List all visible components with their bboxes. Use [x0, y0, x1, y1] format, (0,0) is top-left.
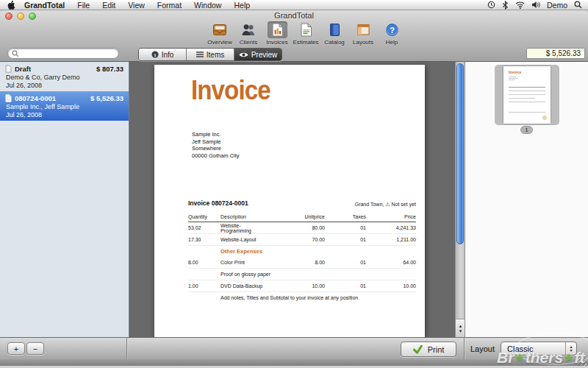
toolbar-invoices-button[interactable]: Invoices — [265, 21, 290, 46]
tab-preview[interactable]: Preview — [234, 49, 282, 60]
info-icon: i — [151, 51, 159, 58]
invoice-client: Sample Inc., Jeff Sample — [5, 103, 123, 110]
print-button[interactable]: Print — [401, 342, 456, 357]
menu-item-file[interactable]: File — [77, 1, 90, 10]
volume-icon[interactable] — [531, 1, 540, 9]
apple-menu-icon[interactable] — [7, 0, 15, 10]
table-row: 17.30 Website-Layout 70.00 01 1,211.00 — [188, 234, 416, 246]
toolbar-layouts-button[interactable]: Layouts — [351, 21, 376, 46]
invoice-total-badge: $ 5,526.33 — [526, 48, 585, 59]
invoice-list-item-080724-0001[interactable]: 080724-0001 $ 5,526.33 Sample Inc., Jeff… — [0, 91, 129, 121]
scrollbar-thumb[interactable] — [456, 63, 464, 244]
vertical-scrollbar[interactable]: ▲ ▼ — [455, 62, 465, 337]
page-number-badge: 1 — [520, 126, 533, 134]
invoice-date: Jul 26, 2008 — [5, 82, 123, 89]
scroll-down-arrow[interactable]: ▼ — [459, 329, 463, 333]
invoice-number: Invoice 080724-0001 — [188, 199, 248, 207]
layout-label: Layout — [470, 344, 495, 353]
menu-item-window[interactable]: Window — [194, 1, 221, 10]
menu-item-grandtotal[interactable]: GrandTotal — [24, 1, 65, 10]
document-icon — [5, 94, 12, 102]
eye-icon — [239, 52, 248, 58]
estimate-document-icon — [296, 21, 316, 38]
list-icon — [196, 52, 204, 57]
view-segmented-control: i Info Items Preview — [138, 48, 282, 61]
blue-book-icon — [326, 21, 344, 38]
tab-info[interactable]: i Info — [139, 49, 187, 60]
menu-item-format[interactable]: Format — [157, 1, 182, 10]
menu-bar: GrandTotal File Edit View Format Window … — [0, 0, 588, 10]
toolbar-catalog-button[interactable]: Catalog — [322, 21, 347, 46]
inbox-tray-icon — [208, 21, 232, 38]
toolbar-estimates-button[interactable]: Estimates — [293, 21, 318, 46]
main-toolbar: Overview Clients Invoices Estimates — [207, 21, 404, 46]
tab-items[interactable]: Items — [187, 49, 234, 60]
invoice-recipient-address: Sample Inc. Jeff Sample Somewhere 00000 … — [192, 131, 240, 159]
popup-stepper-arrows: ▲ ▼ — [565, 342, 576, 355]
table-row: 1.00 DVD Data-Backup 10.00 01 10.00 — [188, 280, 416, 292]
menu-item-help[interactable]: Help — [234, 1, 250, 10]
spotlight-search-icon[interactable] — [574, 1, 582, 9]
table-section-header: Other Expenses — [188, 246, 416, 257]
invoice-list-item-draft[interactable]: Draft $ 807.33 Demo & Co, Garry Demo Jul… — [0, 62, 129, 91]
window-chrome: GrandTotal Overview Clients Invoices — [0, 10, 588, 62]
remove-invoice-button[interactable]: − — [26, 342, 44, 355]
invoice-line-items-table: Quantity Description Unitprice Taxes Pri… — [188, 214, 416, 303]
warning-icon: ⚠ — [385, 202, 390, 207]
toolbar-clients-button[interactable]: Clients — [236, 21, 261, 46]
preview-area: Invoice Sample Inc. Jeff Sample Somewher… — [129, 62, 465, 337]
page-thumbnail[interactable]: Invoice — [503, 66, 551, 124]
table-row: 53.02 Website-Programming 80.00 01 4,241… — [188, 222, 416, 234]
menu-status-user[interactable]: Demo — [547, 1, 567, 10]
invoice-list-sidebar: Draft $ 807.33 Demo & Co, Garry Demo Jul… — [0, 62, 129, 337]
scroll-up-arrow[interactable]: ▲ — [459, 324, 463, 328]
invoice-title: Invoice — [191, 75, 270, 106]
desktop: GrandTotal File Edit View Format Window … — [0, 0, 588, 368]
search-icon — [12, 50, 19, 57]
checkmark-icon — [413, 345, 423, 354]
help-question-icon: ? — [381, 21, 403, 38]
table-header-row: Quantity Description Unitprice Taxes Pri… — [188, 214, 416, 222]
layout-popup-button[interactable]: Classic ▲ ▼ — [501, 342, 577, 355]
thumbnail-invoice-title: Invoice — [509, 70, 521, 74]
table-row: 8.00 Color Print 8.00 01 64.00 — [188, 257, 416, 269]
page-thumbnails-panel: Invoice 1 — [465, 62, 588, 337]
invoice-date: Jul 26, 2008 — [5, 111, 123, 118]
layout-popup-value: Classic — [501, 344, 565, 353]
bluetooth-icon[interactable] — [502, 1, 509, 10]
svg-text:?: ? — [390, 26, 395, 35]
table-note-row: Add notes, Titles and Subtotal to your i… — [188, 292, 416, 303]
invoice-document-icon — [268, 21, 287, 38]
sidebar-search-field[interactable] — [7, 48, 119, 59]
chevron-down-icon: ▼ — [570, 349, 573, 353]
wifi-icon[interactable] — [515, 1, 525, 9]
svg-text:i: i — [154, 52, 156, 58]
toolbar-help-button[interactable]: ? Help — [379, 21, 404, 46]
toolbar-overview-button[interactable]: Overview — [207, 21, 232, 46]
table-note-row: Proof on glossy paper — [188, 269, 416, 280]
document-icon — [5, 65, 12, 73]
window-bottom-edge — [0, 359, 588, 366]
invoice-client: Demo & Co, Garry Demo — [5, 74, 123, 81]
add-invoice-button[interactable]: + — [7, 342, 25, 355]
time-machine-icon[interactable] — [487, 1, 495, 9]
window-titlebar[interactable]: GrandTotal — [0, 10, 588, 21]
thumbnail-stamp — [542, 116, 547, 120]
menu-item-view[interactable]: View — [128, 1, 145, 10]
layout-frame-icon — [353, 21, 374, 38]
search-input[interactable] — [21, 49, 110, 57]
people-icon — [237, 21, 261, 38]
bottom-bar: + − Print Layout Classic ▲ ▼ — [0, 337, 588, 359]
menu-item-edit[interactable]: Edit — [102, 1, 115, 10]
main-content: Draft $ 807.33 Demo & Co, Garry Demo Jul… — [0, 62, 588, 337]
invoice-meta: Grand Town, ⚠ Not set yet — [355, 202, 416, 207]
invoice-page-preview: Invoice Sample Inc. Jeff Sample Somewher… — [154, 65, 425, 337]
window-title: GrandTotal — [0, 11, 588, 20]
resize-grip[interactable] — [578, 358, 587, 367]
